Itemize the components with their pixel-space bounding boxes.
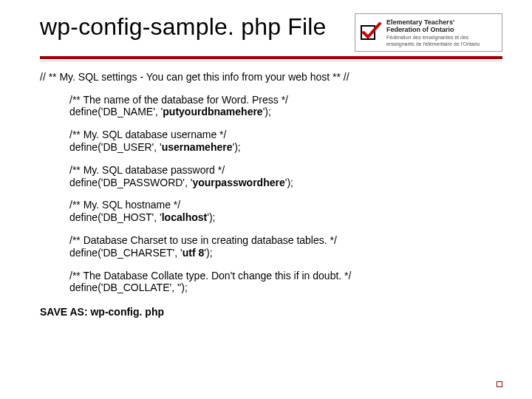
define-comment: /** My. SQL database password */ bbox=[69, 164, 502, 177]
define-block: /** My. SQL database username */ define(… bbox=[69, 129, 502, 154]
logo-line-3: Fédération des enseignantes et des bbox=[386, 35, 480, 41]
define-line: define('DB_USER', 'usernamehere'); bbox=[69, 141, 502, 154]
define-block: /** My. SQL database password */ define(… bbox=[69, 164, 502, 189]
define-prefix: define('DB_CHARSET', ' bbox=[69, 247, 183, 259]
define-comment: /** My. SQL hostname */ bbox=[69, 199, 502, 211]
define-block: /** The name of the database for Word. P… bbox=[69, 94, 502, 119]
slide: wp-config-sample. php File Elementary Te… bbox=[0, 0, 532, 399]
define-prefix: define('DB_COLLATE', ' bbox=[69, 282, 180, 293]
define-suffix: '); bbox=[204, 247, 212, 259]
logo-text: Elementary Teachers' Federation of Ontar… bbox=[386, 18, 480, 47]
etfo-logo: Elementary Teachers' Federation of Ontar… bbox=[355, 13, 502, 52]
define-suffix: '); bbox=[232, 141, 240, 153]
header-row: wp-config-sample. php File Elementary Te… bbox=[40, 13, 502, 52]
define-value: putyourdbnamehere bbox=[163, 106, 262, 117]
define-comment: /** My. SQL database username */ bbox=[69, 129, 502, 141]
define-line: define('DB_PASSWORD', 'yourpasswordhere'… bbox=[69, 177, 502, 189]
define-suffix: '); bbox=[285, 177, 293, 188]
define-line: define('DB_NAME', 'putyourdbnamehere'); bbox=[69, 106, 502, 118]
title-rule bbox=[40, 56, 502, 59]
checkbox-logo-icon bbox=[360, 21, 382, 44]
define-comment: /** The name of the database for Word. P… bbox=[69, 94, 502, 106]
define-blocks: /** The name of the database for Word. P… bbox=[40, 94, 502, 295]
define-suffix: '); bbox=[180, 282, 188, 293]
define-block: /** The Database Collate type. Don't cha… bbox=[69, 270, 502, 295]
define-value: utf 8 bbox=[183, 247, 205, 259]
define-line: define('DB_HOST', 'localhost'); bbox=[69, 211, 502, 224]
define-block: /** Database Charset to use in creating … bbox=[69, 234, 502, 259]
define-prefix: define('DB_PASSWORD', ' bbox=[69, 177, 192, 188]
define-line: define('DB_CHARSET', 'utf 8'); bbox=[69, 247, 502, 259]
define-comment: /** Database Charset to use in creating … bbox=[69, 234, 502, 247]
define-comment: /** The Database Collate type. Don't cha… bbox=[69, 270, 502, 282]
define-line: define('DB_COLLATE', ''); bbox=[69, 282, 502, 294]
body: // ** My. SQL settings - You can get thi… bbox=[40, 71, 502, 318]
define-prefix: define('DB_USER', ' bbox=[69, 141, 162, 153]
define-value: yourpasswordhere bbox=[192, 177, 284, 188]
define-block: /** My. SQL hostname */ define('DB_HOST'… bbox=[69, 199, 502, 224]
define-value: localhost bbox=[162, 211, 207, 223]
page-title: wp-config-sample. php File bbox=[40, 13, 346, 41]
define-prefix: define('DB_HOST', ' bbox=[69, 211, 162, 223]
define-value: usernamehere bbox=[162, 141, 233, 153]
logo-line-1: Elementary Teachers' bbox=[386, 18, 480, 26]
logo-line-2: Federation of Ontario bbox=[386, 26, 480, 33]
lead-comment: // ** My. SQL settings - You can get thi… bbox=[40, 71, 502, 83]
logo-line-4: enseignants de l'élémentaire de l'Ontari… bbox=[386, 41, 480, 47]
slide-bullet-icon bbox=[497, 381, 502, 387]
define-suffix: '); bbox=[207, 211, 215, 223]
save-as-line: SAVE AS: wp-config. php bbox=[40, 306, 502, 318]
define-suffix: '); bbox=[263, 106, 271, 117]
define-prefix: define('DB_NAME', ' bbox=[69, 106, 163, 117]
